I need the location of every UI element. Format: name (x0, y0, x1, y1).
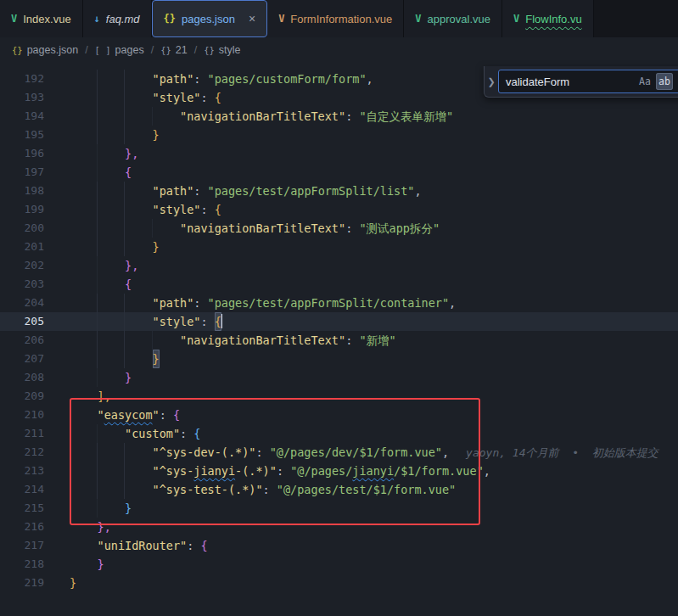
code-line-196[interactable]: 196 }, (0, 144, 678, 163)
code-token (70, 331, 180, 350)
line-number: 195 (0, 126, 56, 144)
code-text: { (56, 163, 132, 182)
code-token (70, 294, 153, 312)
code-text: }, (56, 518, 111, 536)
find-input[interactable]: validateForm Aaab.* (498, 70, 678, 93)
code-text: "uniIdRouter": { (56, 536, 208, 555)
close-tab-icon[interactable]: × (249, 13, 255, 25)
code-line-204[interactable]: 204 "path": "pages/test/appFormSplit/con… (0, 294, 678, 312)
code-token: -(.*)" (235, 462, 277, 480)
tab-label: FormInformation.vue (290, 13, 392, 25)
code-token: } (153, 350, 160, 368)
code-line-214[interactable]: 214 "^sys-test-(.*)": "@/pages/test/$1/f… (0, 480, 678, 499)
code-token: "@/pages/test/$1/form.vue" (277, 480, 456, 499)
code-token: } (98, 555, 104, 574)
code-token (70, 424, 125, 443)
code-text: } (56, 499, 132, 518)
code-line-212[interactable]: 212 "^sys-dev-(.*)": "@/pages/dev/$1/for… (0, 443, 678, 462)
tab-approval-vue[interactable]: Vapproval.vue (404, 0, 502, 37)
code-token: "style" (153, 312, 201, 331)
line-number: 210 (0, 406, 56, 424)
code-line-195[interactable]: 195 } (0, 126, 678, 144)
code-token (70, 536, 98, 555)
code-line-198[interactable]: 198 "path": "pages/test/appFormSplit/lis… (0, 182, 678, 200)
toggle-replace-chevron-icon[interactable]: ❯ (485, 76, 498, 87)
code-line-203[interactable]: 203 { (0, 275, 678, 294)
code-line-217[interactable]: 217 "uniIdRouter": { (0, 536, 678, 555)
code-token: } (153, 126, 160, 144)
code-token: : (193, 294, 207, 312)
tab-label: faq.md (106, 13, 140, 25)
code-token (70, 462, 153, 480)
code-text: "^sys-dev-(.*)": "@/pages/dev/$1/form.vu… (56, 443, 658, 462)
line-number: 218 (0, 555, 56, 574)
breadcrumb-item-pages[interactable]: [ ]pages (95, 44, 144, 56)
code-token: "uniIdRouter" (98, 536, 188, 555)
line-number: 192 (0, 70, 56, 88)
code-editor[interactable]: 192 "path": "pages/customForm/form",193 … (0, 63, 678, 592)
code-line-202[interactable]: 202 }, (0, 256, 678, 275)
line-number: 204 (0, 294, 56, 312)
code-token: : (180, 424, 193, 443)
code-token: : (187, 536, 200, 555)
code-token (70, 275, 125, 294)
code-token: : (200, 88, 214, 107)
code-text: "custom": { (56, 424, 200, 443)
line-number: 201 (0, 238, 56, 256)
code-line-206[interactable]: 206 "navigationBarTitleText": "新增" (0, 331, 678, 350)
json-file-icon: {} (164, 13, 176, 25)
code-text: "easycom": { (56, 406, 180, 424)
code-token: } (125, 368, 132, 387)
breadcrumb-item-style[interactable]: {}style (204, 44, 240, 56)
code-line-200[interactable]: 200 "navigationBarTitleText": "测试app拆分" (0, 219, 678, 238)
code-token: "测试app拆分" (359, 219, 440, 238)
line-number: 213 (0, 462, 56, 480)
tab-forminformation-vue[interactable]: VFormInformation.vue (267, 0, 404, 37)
code-token: , (414, 182, 421, 200)
code-line-208[interactable]: 208 } (0, 368, 678, 387)
code-token: jianyi (193, 462, 235, 480)
code-line-211[interactable]: 211 "custom": { (0, 424, 678, 443)
code-line-197[interactable]: 197 { (0, 163, 678, 182)
tab-flowinfo-vu[interactable]: VFlowInfo.vu (502, 0, 594, 37)
tab-label: pages.json (182, 13, 235, 25)
line-number: 203 (0, 275, 56, 294)
code-token: : (193, 70, 207, 88)
code-line-215[interactable]: 215 } (0, 499, 678, 518)
breadcrumb-item-21[interactable]: {}21 (160, 44, 188, 56)
code-token: "@/pages/ (290, 462, 352, 480)
code-token (70, 555, 98, 574)
code-line-210[interactable]: 210 "easycom": { (0, 406, 678, 424)
code-line-219[interactable]: 219} (0, 574, 678, 592)
breadcrumb-item-pages-json[interactable]: {}pages.json (12, 44, 78, 56)
code-line-207[interactable]: 207 } (0, 350, 678, 368)
code-line-201[interactable]: 201 } (0, 238, 678, 256)
code-line-199[interactable]: 199 "style": { (0, 200, 678, 219)
code-token (70, 350, 153, 368)
code-token: { (215, 200, 221, 219)
tab-index-vue[interactable]: VIndex.vue (0, 0, 83, 37)
code-text: "navigationBarTitleText": "测试app拆分" (56, 219, 440, 238)
tab-faq-md[interactable]: ↓faq.md (83, 0, 152, 37)
code-line-194[interactable]: 194 "navigationBarTitleText": "自定义表单新增" (0, 107, 678, 126)
code-line-205[interactable]: 205 "style": { (0, 312, 678, 331)
code-text: } (56, 350, 160, 368)
code-token (70, 200, 153, 219)
code-line-213[interactable]: 213 "^sys-jianyi-(.*)": "@/pages/jianyi/… (0, 462, 678, 480)
code-text: } (56, 238, 160, 256)
line-number: 205 (0, 312, 56, 331)
code-line-209[interactable]: 209 ], (0, 387, 678, 406)
code-line-216[interactable]: 216 }, (0, 518, 678, 536)
code-token: "pages/customForm/form" (208, 70, 367, 88)
tab-pages-json[interactable]: {}pages.json× (152, 0, 268, 37)
code-token (70, 182, 153, 200)
code-token (70, 480, 153, 499)
line-number: 217 (0, 536, 56, 555)
code-token: } (125, 499, 132, 518)
code-token: { (193, 424, 200, 443)
code-line-218[interactable]: 218 } (0, 555, 678, 574)
find-toggles: Aaab.* (636, 73, 678, 90)
tab-bar: VIndex.vue↓faq.md{}pages.json×VFormInfor… (0, 0, 678, 37)
match-case-toggle[interactable]: Aa (636, 73, 653, 90)
whole-word-toggle[interactable]: ab (656, 73, 673, 90)
